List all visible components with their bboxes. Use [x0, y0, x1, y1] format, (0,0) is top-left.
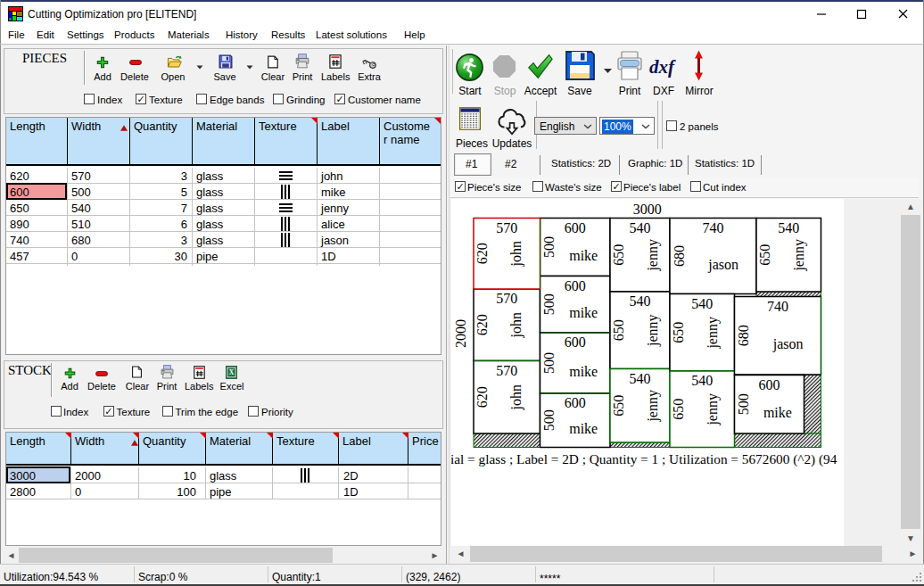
svg-text:600: 600	[565, 278, 586, 293]
svg-text:mike: mike	[569, 421, 598, 436]
svg-text:540: 540	[630, 293, 651, 309]
svg-text:540: 540	[691, 373, 713, 388]
svg-text:500: 500	[541, 236, 557, 258]
svg-text:650: 650	[758, 244, 773, 266]
svg-text:jenny: jenny	[792, 239, 808, 272]
svg-text:500: 500	[541, 293, 557, 315]
svg-text:600: 600	[759, 377, 780, 392]
svg-text:620: 620	[475, 314, 491, 335]
svg-text:680: 680	[672, 245, 687, 267]
svg-text:600: 600	[565, 395, 586, 410]
svg-text:john: john	[509, 384, 525, 410]
svg-text:650: 650	[612, 319, 627, 341]
svg-text:500: 500	[541, 352, 557, 374]
svg-text:570: 570	[496, 363, 517, 378]
svg-text:ial = glass ; Label = 2D ; Qua: ial = glass ; Label = 2D ; Quantity = 1 …	[451, 451, 837, 467]
svg-text:jenny: jenny	[646, 390, 662, 423]
svg-text:650: 650	[672, 322, 687, 343]
svg-text:650: 650	[612, 244, 627, 266]
svg-text:2000: 2000	[453, 319, 468, 348]
svg-text:X: X	[228, 368, 234, 376]
svg-text:mike: mike	[763, 405, 792, 420]
svg-text:john: john	[509, 312, 525, 338]
svg-text:540: 540	[630, 371, 651, 386]
svg-text:600: 600	[565, 220, 586, 235]
svg-text:570: 570	[496, 291, 517, 306]
svg-text:jason: jason	[707, 257, 738, 273]
svg-text:jason: jason	[772, 336, 804, 352]
svg-text:jenny: jenny	[646, 314, 662, 347]
svg-text:620: 620	[475, 243, 491, 264]
svg-text:mike: mike	[569, 248, 598, 263]
svg-text:740: 740	[703, 220, 724, 235]
svg-text:john: john	[509, 241, 525, 267]
svg-text:650: 650	[612, 395, 627, 417]
svg-text:jenny: jenny	[705, 317, 722, 350]
svg-text:740: 740	[767, 299, 788, 314]
svg-text:540: 540	[691, 296, 713, 311]
svg-text:500: 500	[736, 393, 751, 415]
svg-text:mike: mike	[569, 305, 598, 320]
svg-text:680: 680	[736, 325, 751, 346]
svg-text:mike: mike	[569, 364, 598, 379]
svg-text:650: 650	[672, 399, 687, 420]
svg-text:jenny: jenny	[705, 393, 722, 426]
svg-text:3000: 3000	[633, 202, 662, 217]
svg-text:540: 540	[778, 220, 799, 235]
svg-text:620: 620	[475, 386, 491, 408]
svg-text:540: 540	[630, 220, 651, 235]
svg-text:600: 600	[565, 334, 586, 350]
svg-text:jenny: jenny	[646, 239, 662, 272]
svg-text:570: 570	[496, 220, 517, 235]
svg-text:500: 500	[541, 409, 557, 431]
